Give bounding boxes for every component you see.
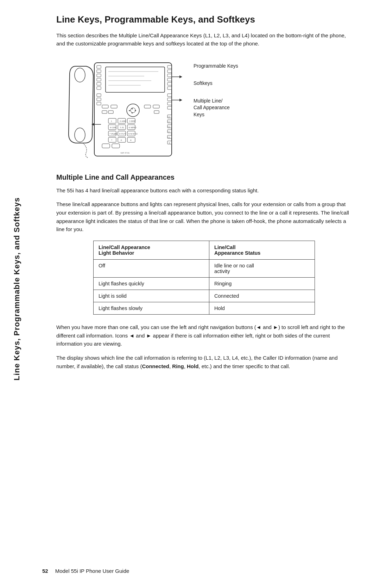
svg-point-1 [75,128,85,142]
svg-rect-11 [167,74,172,77]
and-text: and [263,324,272,330]
svg-text:*: * [111,139,113,142]
svg-marker-81 [179,99,182,101]
svg-rect-33 [102,105,108,108]
table-row: Off Idle line or no callactivity [94,259,315,277]
table-row: Light is solid Connected [94,290,315,302]
svg-rect-39 [154,111,159,113]
svg-text:◄: ◄ [128,109,131,112]
svg-text:▲: ▲ [131,107,133,110]
svg-text:9 WXYZ: 9 WXYZ [128,132,138,135]
appearance-table: Line/Call AppearanceLight Behavior Line/… [93,241,315,315]
light-off-cell: Off [94,259,209,277]
svg-rect-25 [97,98,101,101]
light-flash-quick-cell: Light flashes quickly [94,277,209,290]
svg-text:7 PQRS: 7 PQRS [109,132,118,135]
svg-rect-76 [102,144,110,148]
svg-rect-38 [108,111,113,113]
svg-text:8 TUV: 8 TUV [119,132,126,135]
svg-marker-83 [91,123,94,126]
svg-rect-77 [112,144,120,148]
col2-header: Line/CallAppearance Status [209,241,315,259]
svg-text:5 JL: 5 JL [120,126,124,129]
softkeys-label: Softkeys [194,80,213,87]
svg-text:1: 1 [111,120,112,123]
svg-rect-26 [97,102,101,105]
sidebar-rotated-label: Line Keys, Programmable Keys, and Softke… [12,197,21,380]
svg-rect-12 [167,78,172,81]
svg-rect-13 [167,82,172,85]
svg-rect-8 [97,87,101,89]
svg-text:►: ► [134,109,137,112]
sidebar-text: Line Keys, Programmable Keys, and Softke… [6,18,27,560]
svg-rect-37 [102,111,107,113]
section2-heading: Multiple Line and Call Appearances [56,173,352,181]
svg-rect-4 [97,70,101,73]
footer-page-number: 52 [42,568,48,574]
svg-rect-35 [144,105,151,108]
svg-text:#: # [130,139,132,142]
table-body: Off Idle line or no callactivity Light f… [94,259,315,314]
programmable-keys-label: Programmable Keys [194,63,238,70]
section2-para2: These line/call appearance buttons and l… [56,200,352,234]
svg-text:6 MNO: 6 MNO [129,126,137,129]
page-container: Line Keys, Programmable Keys, and Softke… [0,0,380,588]
svg-rect-3 [97,66,101,68]
status-idle-cell: Idle line or no callactivity [209,259,315,277]
section2-para1: The 55i has 4 hard line/call appearance … [56,186,352,195]
diagram-labels: Programmable Keys Softkeys Multiple Line… [194,56,352,118]
svg-rect-5 [97,74,101,77]
svg-point-0 [75,68,85,82]
svg-text:L1: L1 [168,131,170,133]
svg-text:SIP-T55i: SIP-T55i [120,151,129,154]
svg-text:1/2: 1/2 [167,136,170,138]
handset-group [69,66,93,158]
svg-rect-6 [97,78,101,81]
svg-rect-7 [97,82,101,85]
status-hold-cell: Hold [209,302,315,314]
svg-text:0: 0 [121,139,122,142]
svg-text:L4: L4 [168,116,170,118]
programmable-keys-item: Programmable Keys [194,63,352,70]
phone-svg: ▲ ▼ ◄ ► [56,56,186,161]
section2-para4: The display shows which line the call in… [56,354,352,370]
light-flash-slow-cell: Light flashes slowly [94,302,209,314]
svg-rect-34 [111,105,117,108]
svg-rect-23 [167,106,172,109]
svg-rect-9 [167,66,172,68]
main-content: Line Keys, Programmable Keys, and Softke… [56,14,352,370]
svg-rect-15 [106,67,165,92]
diagram-container: ▲ ▼ ◄ ► [56,56,352,163]
svg-text:3 DEF: 3 DEF [129,120,136,123]
svg-text:2 ABC: 2 ABC [120,120,127,123]
svg-text:9: 9 [169,142,170,144]
table-row: Light flashes slowly Hold [94,302,315,314]
intro-paragraph: This section describes the Multiple Line… [56,31,352,48]
multiple-line-label: Multiple Line/Call AppearanceKeys [194,98,230,118]
col1-header: Line/Call AppearanceLight Behavior [94,241,209,259]
svg-rect-40 [108,118,116,123]
svg-marker-79 [179,75,182,78]
table-row: Light flashes quickly Ringing [94,277,315,290]
svg-rect-14 [167,87,172,89]
svg-rect-22 [167,102,172,105]
multiple-line-item: Multiple Line/Call AppearanceKeys [194,98,352,118]
svg-text:L3: L3 [168,121,170,123]
softkeys-item: Softkeys [194,80,352,87]
status-ringing-cell: Ringing [209,277,315,290]
svg-rect-24 [97,94,101,97]
svg-rect-10 [167,70,172,73]
footer-text: Model 55i IP Phone User Guide [55,568,129,574]
svg-text:L2: L2 [168,126,170,128]
svg-text:4 GHI: 4 GHI [110,126,116,129]
phone-diagram: ▲ ▼ ◄ ► [56,56,186,163]
svg-rect-21 [167,98,172,101]
status-connected-cell: Connected [209,290,315,302]
page-title: Line Keys, Programmable Keys, and Softke… [56,14,352,25]
svg-rect-36 [153,105,159,108]
section2-para3: When you have more than one call, you ca… [56,323,352,348]
svg-rect-20 [167,94,172,97]
table-header-row: Line/Call AppearanceLight Behavior Line/… [94,241,315,259]
svg-text:▼: ▼ [131,112,133,114]
light-solid-cell: Light is solid [94,290,209,302]
